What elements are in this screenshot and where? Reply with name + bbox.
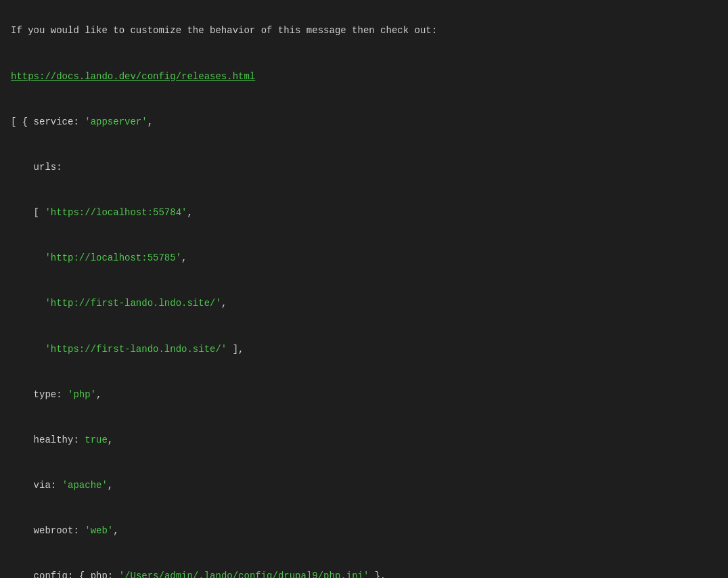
urls-label-1: urls [34, 162, 57, 173]
url-1-2: 'http://localhost:55785' [45, 252, 181, 263]
docs-link[interactable]: https://docs.lando.dev/config/releases.h… [11, 71, 255, 82]
config-php-value-1: '/Users/admin/.lando/config/drupal9/php.… [119, 571, 369, 578]
type-label-1: type [34, 389, 57, 400]
url-1-3: 'http://first-lando.lndo.site/' [45, 298, 221, 309]
webroot-label-1: webroot [34, 525, 74, 536]
type-value-1: 'php' [68, 389, 96, 400]
url-1-4: 'https://first-lando.lndo.site/' [45, 344, 227, 355]
healthy-label-1: healthy [34, 435, 74, 445]
array-open: [ { [11, 116, 34, 127]
service-value-1: 'appserver' [85, 116, 147, 127]
config-php-label-1: php [91, 571, 108, 578]
terminal-output: If you would like to customize the behav… [11, 8, 717, 578]
url-1-1: 'https://localhost:55784' [45, 207, 187, 218]
via-value-1: 'apache' [62, 480, 108, 491]
config-label-1: config [34, 571, 68, 578]
webroot-value-1: 'web' [85, 525, 113, 536]
healthy-value-1: true [85, 435, 108, 445]
service-label-1: service [34, 116, 74, 127]
intro-text: If you would like to customize the behav… [11, 25, 437, 36]
via-label-1: via [34, 480, 51, 491]
